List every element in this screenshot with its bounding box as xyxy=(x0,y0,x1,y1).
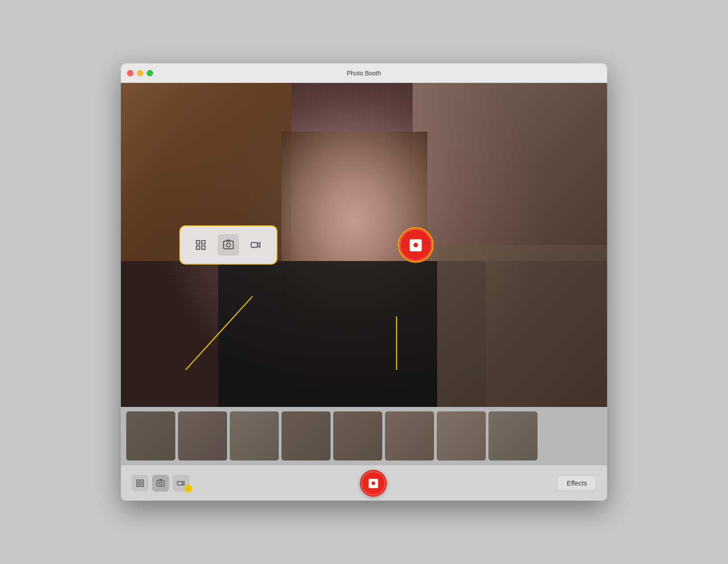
svg-rect-2 xyxy=(196,246,200,249)
svg-rect-12 xyxy=(141,484,144,486)
scene-region-tr xyxy=(413,83,607,261)
toolbar-right: Effects xyxy=(557,475,596,491)
window-title: Photo Booth xyxy=(347,70,381,77)
toolbar-annotation-dot xyxy=(184,485,192,493)
grid-view-popup-button[interactable] xyxy=(190,234,211,256)
thumbnail-1[interactable] xyxy=(126,411,175,460)
grid-view-button[interactable] xyxy=(132,475,149,492)
svg-rect-3 xyxy=(202,246,205,249)
traffic-lights xyxy=(127,70,153,76)
bottom-toolbar: Effects xyxy=(121,465,607,501)
thumbnail-8[interactable] xyxy=(488,411,538,460)
toolbar-left xyxy=(132,475,190,492)
capture-annotation-dot xyxy=(369,500,378,501)
minimize-button[interactable] xyxy=(137,70,143,76)
photo-booth-window: Photo Booth xyxy=(121,63,607,501)
thumbnail-5[interactable] xyxy=(333,411,382,460)
thumbnail-6[interactable] xyxy=(385,411,434,460)
thumbnail-4[interactable] xyxy=(281,411,331,460)
photo-mode-popup-button[interactable] xyxy=(218,234,239,256)
svg-rect-9 xyxy=(137,480,140,482)
scene-region-br xyxy=(437,245,608,407)
svg-rect-13 xyxy=(157,480,165,486)
capture-button-overlay[interactable] xyxy=(398,227,434,263)
camera-view xyxy=(121,83,607,407)
controls-popup xyxy=(179,225,277,265)
toolbar-center xyxy=(190,470,557,497)
svg-rect-10 xyxy=(141,480,144,482)
title-bar: Photo Booth xyxy=(121,63,607,83)
effects-button[interactable]: Effects xyxy=(557,475,596,491)
close-button[interactable] xyxy=(127,70,133,76)
svg-point-14 xyxy=(159,481,162,485)
video-mode-popup-button[interactable] xyxy=(245,234,267,256)
svg-rect-0 xyxy=(196,241,200,244)
svg-rect-6 xyxy=(251,243,257,248)
photo-mode-button[interactable] xyxy=(152,475,169,492)
svg-rect-4 xyxy=(223,241,233,249)
svg-rect-1 xyxy=(202,241,205,244)
svg-rect-11 xyxy=(137,484,140,486)
capture-button[interactable] xyxy=(360,470,387,497)
svg-rect-15 xyxy=(178,481,182,485)
thumbnail-7[interactable] xyxy=(437,411,486,460)
thumbnail-3[interactable] xyxy=(230,411,279,460)
thumbnail-2[interactable] xyxy=(178,411,227,460)
svg-point-5 xyxy=(226,243,230,247)
maximize-button[interactable] xyxy=(147,70,153,76)
thumbnail-strip xyxy=(121,407,607,465)
